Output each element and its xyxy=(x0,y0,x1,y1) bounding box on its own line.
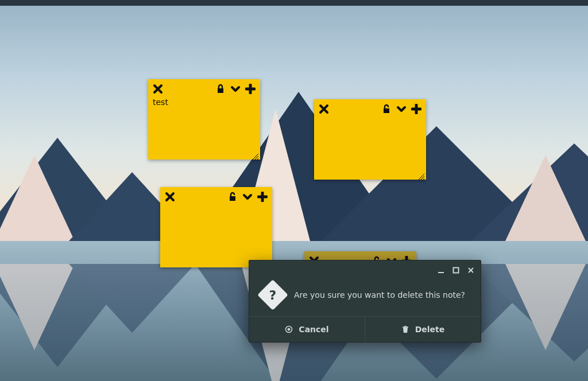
svg-rect-6 xyxy=(403,326,408,328)
dialog-message: Are you sure you want to delete this not… xyxy=(294,290,465,300)
desktop-wallpaper: test ? Are you sure you want to delete t… xyxy=(0,0,588,381)
question-icon: ? xyxy=(257,279,288,310)
resize-handle[interactable] xyxy=(418,172,425,178)
note-header[interactable] xyxy=(160,187,272,204)
note-body[interactable] xyxy=(160,204,272,210)
chevron-down-icon[interactable] xyxy=(242,192,253,202)
sticky-note[interactable] xyxy=(160,187,272,267)
close-icon[interactable] xyxy=(165,192,175,202)
unlock-icon[interactable] xyxy=(227,192,238,202)
cancel-icon xyxy=(285,325,293,333)
plus-icon[interactable] xyxy=(245,84,256,94)
plus-icon[interactable] xyxy=(411,104,421,114)
note-header[interactable] xyxy=(148,79,260,96)
delete-button[interactable]: Delete xyxy=(365,317,481,342)
unlock-icon[interactable] xyxy=(381,104,392,114)
confirm-delete-dialog: ? Are you sure you want to delete this n… xyxy=(249,260,481,343)
sticky-note[interactable] xyxy=(314,99,426,180)
sticky-note[interactable]: test xyxy=(148,79,260,160)
close-icon[interactable] xyxy=(153,84,163,94)
close-icon[interactable] xyxy=(319,104,329,114)
cancel-button[interactable]: Cancel xyxy=(249,317,365,342)
delete-button-label: Delete xyxy=(415,325,445,334)
dialog-titlebar[interactable] xyxy=(249,261,481,279)
svg-rect-7 xyxy=(404,326,407,327)
resize-handle[interactable] xyxy=(252,151,259,158)
cancel-button-label: Cancel xyxy=(299,325,328,334)
plus-icon[interactable] xyxy=(257,192,268,202)
svg-rect-1 xyxy=(454,267,459,273)
chevron-down-icon[interactable] xyxy=(230,84,241,94)
trash-icon xyxy=(401,325,409,333)
minimize-icon[interactable] xyxy=(437,266,445,274)
decor-mountains xyxy=(0,103,588,241)
chevron-down-icon[interactable] xyxy=(396,104,407,114)
maximize-icon[interactable] xyxy=(452,266,460,274)
svg-point-5 xyxy=(288,328,290,331)
lock-icon[interactable] xyxy=(215,84,226,94)
note-body[interactable]: test xyxy=(148,96,260,111)
note-body[interactable] xyxy=(314,116,426,122)
note-header[interactable] xyxy=(314,99,426,116)
close-icon[interactable] xyxy=(467,266,475,274)
